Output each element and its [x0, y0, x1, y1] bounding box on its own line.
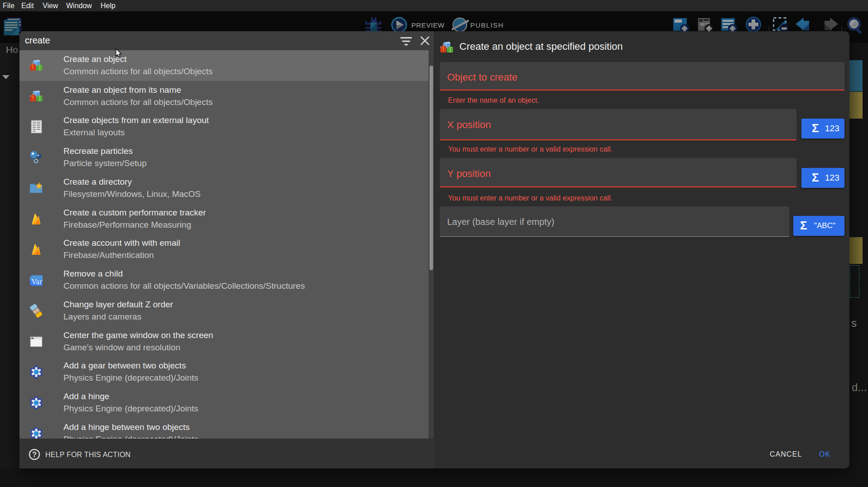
svg-text:?: ? [32, 450, 37, 459]
svg-text:Var: Var [31, 277, 42, 286]
